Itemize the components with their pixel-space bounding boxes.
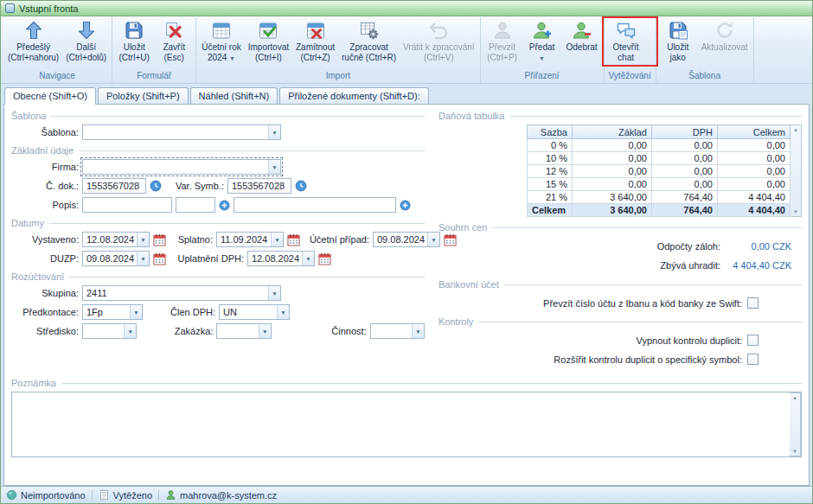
tax-table-wrap: Sazba Základ DPH Celkem 0 %0,000,000,00 <box>439 124 802 217</box>
arrow-down-icon <box>76 20 97 41</box>
importovat-button[interactable]: Importovat(Ctrl+I) <box>245 17 292 63</box>
chevron-down-icon[interactable]: ▼ <box>130 305 142 319</box>
chevron-down-icon: ▼ <box>539 55 545 61</box>
annotation-red-box <box>602 16 658 67</box>
sablona-combo[interactable]: ▼ <box>82 124 281 140</box>
poznamka-scrollbar[interactable]: ▲▼ <box>790 392 801 456</box>
vystaveno-label: Vystaveno: <box>11 234 79 245</box>
col-header-sazba[interactable]: Sazba <box>528 125 573 139</box>
splatno-date-combo[interactable]: 11.09.2024▼ <box>216 232 284 247</box>
tab-nahled[interactable]: Náhled (Shift+N) <box>190 87 278 104</box>
section-datumy: Datumy <box>11 218 425 228</box>
ucetni-pripad-label: Účetní případ: <box>307 234 369 245</box>
add-icon[interactable] <box>400 200 411 211</box>
col-header-celkem[interactable]: Celkem <box>718 125 791 139</box>
ulozit-jako-button[interactable]: Uložitjako <box>658 17 698 63</box>
calendar-picker-icon[interactable] <box>153 252 166 265</box>
calendar-icon <box>211 20 232 41</box>
cdok-input[interactable] <box>82 178 146 194</box>
varsymb-label: Var. Symb.: <box>170 181 224 191</box>
history-icon[interactable] <box>295 180 307 192</box>
chevron-down-icon[interactable]: ▼ <box>137 252 149 265</box>
tax-total-row: Celkem3 640,00764,404 404,40 <box>528 204 791 217</box>
cinnost-combo[interactable]: ▼ <box>370 323 425 339</box>
col-header-dph[interactable]: DPH <box>652 125 718 139</box>
person-add-icon <box>532 20 553 41</box>
zakazka-label: Zakázka: <box>147 326 213 336</box>
calendar-picker-icon[interactable] <box>318 252 331 265</box>
zpracovat-rucne-button[interactable]: Zpracovatručně (Ctrl+R) <box>338 17 400 63</box>
chevron-down-icon[interactable]: ▼ <box>271 233 283 246</box>
section-danova-tabulka: Daňová tabulka <box>439 111 802 121</box>
popis-input-2[interactable] <box>176 197 215 213</box>
scroll-up-icon[interactable]: ▲ <box>793 127 798 132</box>
iban-swift-checkbox[interactable] <box>747 297 759 309</box>
uplatneni-dph-label: Uplatnění DPH: <box>173 253 244 264</box>
tax-row[interactable]: 12 %0,000,000,00 <box>528 165 791 178</box>
scroll-down-icon[interactable]: ▼ <box>793 209 798 214</box>
tax-row[interactable]: 21 %3 640,00764,404 404,40 <box>528 191 791 204</box>
iban-swift-row: Převzít číslo účtu z Ibanu a kód banky z… <box>439 297 759 309</box>
predat-dropdown[interactable]: Předat▼ <box>522 17 562 63</box>
ribbon-group-label-import: Import <box>198 70 477 83</box>
uplatneni-dph-date-combo[interactable]: 12.08.2024▼ <box>247 251 315 266</box>
chevron-down-icon[interactable]: ▼ <box>137 233 149 246</box>
history-icon[interactable] <box>150 180 162 192</box>
predkontace-combo[interactable]: 1Fp▼ <box>82 304 143 320</box>
chevron-down-icon[interactable]: ▼ <box>268 125 280 139</box>
scroll-down-icon[interactable]: ▼ <box>792 449 797 454</box>
chevron-down-icon[interactable]: ▼ <box>412 324 424 338</box>
col-header-zaklad[interactable]: Základ <box>573 125 652 139</box>
poznamka-input[interactable] <box>12 392 790 456</box>
zakazka-combo[interactable]: ▼ <box>216 323 271 339</box>
splatno-label: Splatno: <box>173 234 213 245</box>
stredisko-label: Středisko: <box>11 326 79 336</box>
tax-row[interactable]: 15 %0,000,000,00 <box>528 178 791 191</box>
zbyva-uhradit-label: Zbývá uhradit: <box>660 260 720 271</box>
chevron-down-icon[interactable]: ▼ <box>302 252 314 265</box>
dalsi-button[interactable]: Další(Ctrl+dolů) <box>62 17 110 63</box>
duzp-date-combo[interactable]: 09.08.2024▼ <box>82 251 150 266</box>
tab-polozky[interactable]: Položky (Shift+P) <box>98 87 189 104</box>
odebrat-button[interactable]: Odebrat <box>562 17 602 53</box>
chevron-down-icon[interactable]: ▼ <box>268 160 280 174</box>
chevron-down-icon[interactable]: ▼ <box>277 305 289 319</box>
skupina-combo[interactable]: 2411▼ <box>82 285 281 301</box>
person-remove-icon <box>572 20 592 41</box>
divider <box>92 490 93 501</box>
varsymb-input[interactable] <box>227 178 291 194</box>
zamitnout-button[interactable]: Zamítnout(Ctrl+Z) <box>292 17 338 63</box>
calendar-picker-icon[interactable] <box>153 233 166 246</box>
tax-table-scrollbar[interactable]: ▲▼ <box>791 124 802 217</box>
chevron-down-icon[interactable]: ▼ <box>124 324 136 338</box>
vypnout-duplicity-row: Vypnout kontrolu duplicit: <box>439 335 759 346</box>
clen-dph-combo[interactable]: UN▼ <box>219 304 290 320</box>
tabstrip: Obecné (Shift+O) Položky (Shift+P) Náhle… <box>1 84 812 104</box>
ulozit-button[interactable]: Uložit(Ctrl+U) <box>114 17 154 63</box>
tab-prilozene-dokumenty[interactable]: Přiložené dokumenty (Shift+D): <box>279 87 429 104</box>
calendar-picker-icon[interactable] <box>287 233 300 246</box>
popis-input-1[interactable] <box>82 197 172 213</box>
tax-row[interactable]: 10 %0,000,000,00 <box>528 152 791 165</box>
add-icon[interactable] <box>219 200 230 211</box>
chevron-down-icon[interactable]: ▼ <box>268 286 280 300</box>
vystaveno-date-combo[interactable]: 12.08.2024▼ <box>82 232 150 247</box>
calendar-check-icon <box>258 20 278 41</box>
popis-input-3[interactable] <box>234 197 396 213</box>
firma-combo[interactable]: ▼ <box>82 159 281 175</box>
tax-row[interactable]: 0 %0,000,000,00 <box>528 139 791 152</box>
vypnout-duplicity-checkbox[interactable] <box>747 335 759 346</box>
zavrit-button[interactable]: Zavřít(Esc) <box>154 17 194 63</box>
gear-icon <box>359 20 380 41</box>
ucetni-rok-dropdown[interactable]: Účetní rok2024 ▼ <box>198 17 245 63</box>
predesly-button[interactable]: Předešlý(Ctrl+nahoru) <box>4 17 62 63</box>
tax-header-row: Sazba Základ DPH Celkem <box>528 125 791 139</box>
vratit-k-zpracovani-button: Vrátit k zpracování(Ctrl+V) <box>400 17 477 63</box>
chevron-down-icon[interactable]: ▼ <box>259 324 271 338</box>
rozsirit-duplicity-checkbox[interactable] <box>747 354 759 365</box>
tab-obecne[interactable]: Obecné (Shift+O) <box>4 87 96 105</box>
stredisko-combo[interactable]: ▼ <box>82 323 137 339</box>
scroll-up-icon[interactable]: ▲ <box>792 395 797 400</box>
popis-label: Popis: <box>11 200 79 210</box>
chevron-down-icon: ▼ <box>229 55 235 61</box>
